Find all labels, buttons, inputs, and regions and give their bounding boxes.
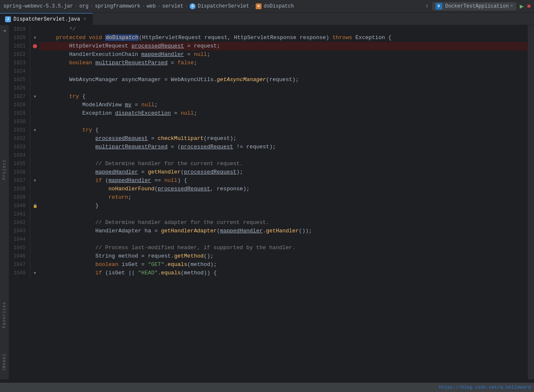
line-number-1047: 1047 bbox=[9, 260, 30, 269]
line-number-1043: 1043 bbox=[9, 227, 30, 235]
code-line-1037: 1037 ▼ if (mappedHandler == null) { bbox=[9, 176, 527, 185]
tab-dispatcherservlet[interactable]: J DispatcherServlet.java × bbox=[0, 13, 93, 25]
code-content-1022: HandlerExecutionChain mappedHandler = nu… bbox=[40, 50, 527, 59]
tab-label: DispatcherServlet.java bbox=[13, 16, 80, 22]
tab-close-button[interactable]: × bbox=[82, 16, 87, 23]
code-content-1047: boolean isGet = "GET".equals(method); bbox=[40, 260, 527, 269]
code-editor[interactable]: 1019 */ 1020 ▼ protected void doDispatch… bbox=[9, 25, 527, 379]
code-content-1038: noHandlerFound(processedRequest, respons… bbox=[40, 185, 527, 193]
code-content-1021: HttpServletRequest processedRequest = re… bbox=[40, 42, 527, 50]
gutter-1044 bbox=[30, 235, 40, 244]
gutter-1021 bbox=[30, 42, 40, 50]
line-number-1037: 1037 bbox=[9, 176, 30, 185]
sidebar-jrebel-label[interactable]: JRebel bbox=[2, 353, 7, 371]
code-content-1020: protected void doDispatch(HttpServletReq… bbox=[40, 34, 527, 42]
code-content-1029: Exception dispatchException = null; bbox=[40, 109, 527, 118]
gutter-1025 bbox=[30, 76, 40, 84]
run-arrow-icon: ↑ bbox=[425, 3, 428, 10]
code-content-1030 bbox=[40, 118, 527, 126]
code-line-1047: 1047 boolean isGet = "GET".equals(method… bbox=[9, 260, 527, 269]
gutter-1019 bbox=[30, 25, 40, 34]
code-line-1048: 1048 ▼ if (isGet || "HEAD".equals(method… bbox=[9, 269, 527, 277]
breadcrumb-item-web[interactable]: web bbox=[147, 3, 156, 9]
line-number-1022: 1022 bbox=[9, 50, 30, 59]
code-line-1040: 1040 🔒 } bbox=[9, 202, 527, 210]
line-number-1038: 1038 bbox=[9, 185, 30, 193]
code-content-1041 bbox=[40, 210, 527, 218]
fold-arrow-1031[interactable]: ▼ bbox=[34, 128, 36, 133]
line-number-1046: 1046 bbox=[9, 252, 30, 260]
code-line-1029: 1029 Exception dispatchException = null; bbox=[9, 109, 527, 118]
breakpoint-1021[interactable] bbox=[33, 44, 37, 48]
gutter-1027: ▼ bbox=[30, 92, 40, 101]
fold-arrow-1037[interactable]: ▼ bbox=[34, 179, 36, 183]
code-content-1031: try { bbox=[40, 126, 527, 134]
status-url[interactable]: https://blog.csdn.net/a_helloword bbox=[439, 385, 531, 390]
fold-arrow-1048[interactable]: ▼ bbox=[34, 271, 36, 276]
breadcrumb-item-servlet[interactable]: servlet bbox=[162, 3, 183, 9]
code-line-1031: 1031 ▼ try { bbox=[9, 126, 527, 134]
line-number-1041: 1041 bbox=[9, 210, 30, 218]
gutter-1023 bbox=[30, 59, 40, 67]
line-number-1027: 1027 bbox=[9, 92, 30, 101]
code-line-1028: 1028 ModelAndView mv = null; bbox=[9, 101, 527, 109]
run-config-label: DockerTestApplication bbox=[445, 3, 509, 9]
gutter-1046 bbox=[30, 252, 40, 260]
code-line-1024: 1024 bbox=[9, 67, 527, 76]
code-content-1024 bbox=[40, 67, 527, 76]
gutter-1039 bbox=[30, 193, 40, 202]
line-number-1036: 1036 bbox=[9, 168, 30, 176]
line-number-1034: 1034 bbox=[9, 151, 30, 160]
line-number-1026: 1026 bbox=[9, 84, 30, 92]
method-icon: m bbox=[256, 3, 262, 9]
code-content-1032: processedRequest = checkMultipart(reques… bbox=[40, 134, 527, 143]
code-content-1040: } bbox=[40, 202, 527, 210]
fold-arrow-1027[interactable]: ▼ bbox=[34, 95, 36, 99]
fold-arrow-1020[interactable]: ▼ bbox=[34, 36, 36, 40]
code-line-1045: 1045 // Process last-modified header, if… bbox=[9, 244, 527, 252]
sidebar-favorites-label[interactable]: Favorites bbox=[2, 302, 7, 328]
fold-lock-1040[interactable]: 🔒 bbox=[33, 204, 37, 208]
code-content-1028: ModelAndView mv = null; bbox=[40, 101, 527, 109]
code-content-1048: if (isGet || "HEAD".equals(method)) { bbox=[40, 269, 527, 277]
docker-icon: D bbox=[436, 3, 442, 10]
code-content-1044 bbox=[40, 235, 527, 244]
line-number-1033: 1033 bbox=[9, 143, 30, 151]
sidebar-project-label[interactable]: Project bbox=[2, 159, 7, 180]
main-area: ◀ Project Favorites JRebel 1019 */ 1020 … bbox=[0, 25, 534, 379]
breadcrumb-item-dispatcherservlet[interactable]: DispatcherServlet bbox=[198, 3, 249, 9]
code-line-1027: 1027 ▼ try { bbox=[9, 92, 527, 101]
run-button[interactable]: ▶ bbox=[520, 2, 524, 11]
code-line-1033: 1033 multipartRequestParsed = (processed… bbox=[9, 143, 527, 151]
gutter-1026 bbox=[30, 84, 40, 92]
breadcrumb-item-dodispatch[interactable]: doDispatch bbox=[264, 3, 294, 9]
gutter-1028 bbox=[30, 101, 40, 109]
line-number-1040: 1040 bbox=[9, 202, 30, 210]
code-line-1019: 1019 */ bbox=[9, 25, 527, 34]
left-sidebar: ◀ Project Favorites JRebel bbox=[0, 25, 9, 379]
gutter-1024 bbox=[30, 67, 40, 76]
stop-button[interactable]: ■ bbox=[527, 3, 531, 10]
line-number-1021: 1021 bbox=[9, 42, 30, 50]
code-line-1035: 1035 // Determine handler for the curren… bbox=[9, 160, 527, 168]
code-line-1042: 1042 // Determine handler adapter for th… bbox=[9, 218, 527, 227]
breadcrumb-item-springframework[interactable]: springframework bbox=[95, 3, 140, 9]
code-content-1036: mappedHandler = getHandler(processedRequ… bbox=[40, 168, 527, 176]
breadcrumb-item-org[interactable]: org bbox=[79, 3, 89, 9]
breadcrumb-item-jar[interactable]: spring-webmvc-5.3.5.jar bbox=[3, 3, 73, 9]
tab-bar: J DispatcherServlet.java × bbox=[0, 13, 534, 25]
line-number-1045: 1045 bbox=[9, 244, 30, 252]
code-content-1033: multipartRequestParsed = (processedReque… bbox=[40, 143, 527, 151]
line-number-1029: 1029 bbox=[9, 109, 30, 118]
code-line-1023: 1023 boolean multipartRequestParsed = fa… bbox=[9, 59, 527, 67]
code-content-1046: String method = request.getMethod(); bbox=[40, 252, 527, 260]
sidebar-toggle-icon[interactable]: ◀ bbox=[1, 27, 8, 34]
gutter-1041 bbox=[30, 210, 40, 218]
code-line-1030: 1030 bbox=[9, 118, 527, 126]
line-number-1020: 1020 bbox=[9, 34, 30, 42]
gutter-1047 bbox=[30, 260, 40, 269]
gutter-1035 bbox=[30, 160, 40, 168]
code-line-1046: 1046 String method = request.getMethod()… bbox=[9, 252, 527, 260]
code-line-1043: 1043 HandlerAdapter ha = getHandlerAdapt… bbox=[9, 227, 527, 235]
run-config-dropdown[interactable]: D DockerTestApplication ▼ bbox=[432, 2, 516, 11]
